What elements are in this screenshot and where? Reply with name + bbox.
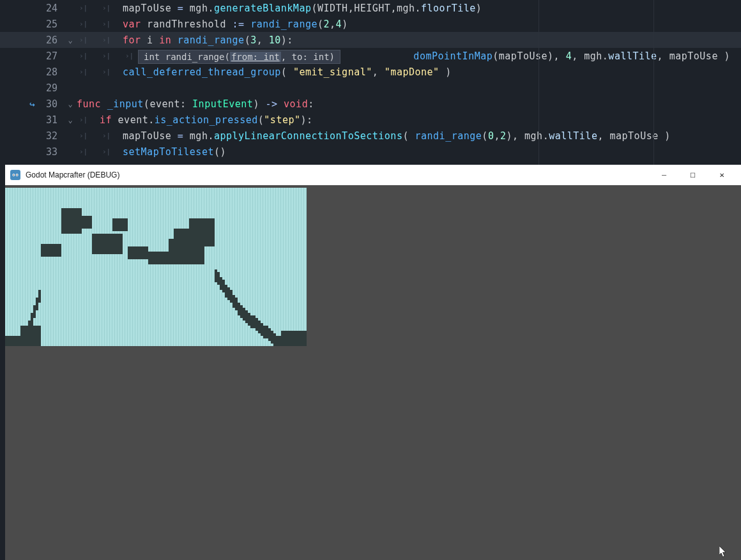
line-number: 25 [0, 19, 64, 30]
indent-guides: ›|›| [77, 36, 123, 44]
code-content[interactable]: var randThreshold := randi_range(2,4) [123, 19, 741, 30]
code-line-current[interactable]: 26 ⌄ ›|›| for i in randi_range(3, 10): [0, 32, 741, 48]
indent-guides: ›|›| [77, 4, 123, 12]
window-title: Godot Mapcrafter (DEBUG) [26, 170, 650, 179]
svg-point-3 [17, 174, 18, 176]
line-number: 32 [0, 130, 64, 142]
code-content[interactable]: mapToUse = mgh.applyLinearConnectionToSe… [123, 130, 741, 142]
minimize-button[interactable]: ─ [650, 165, 678, 185]
maximize-button[interactable]: ☐ [678, 165, 707, 185]
code-line[interactable]: 24 ›|›| mapToUse = mgh.generateBlankMap(… [0, 0, 741, 16]
code-line[interactable]: 28 ›|›| call_deferred_thread_group( "emi… [0, 64, 741, 80]
code-editor[interactable]: 24 ›|›| mapToUse = mgh.generateBlankMap(… [0, 0, 741, 165]
line-number: 33 [0, 146, 64, 158]
code-content[interactable]: func _input(event: InputEvent) -> void: [77, 98, 741, 110]
fold-toggle-icon[interactable]: ⌄ [64, 36, 77, 45]
svg-point-2 [13, 174, 15, 176]
indent-guides: ›|›| [77, 132, 123, 140]
line-number: 31 [0, 114, 64, 126]
line-number: 27 [0, 50, 64, 62]
signal-connection-icon[interactable]: ↪ [29, 99, 34, 109]
code-line[interactable]: 29 [0, 80, 741, 96]
indent-guides: ›|›| [77, 20, 123, 28]
editor-guide-line [653, 0, 654, 165]
code-line[interactable]: 27 ›|›|›| ma............................… [0, 48, 741, 64]
code-content[interactable]: for i in randi_range(3, 10): [123, 34, 741, 46]
code-line[interactable]: ↪ 30 ⌄ func _input(event: InputEvent) ->… [0, 96, 741, 112]
indent-guides: ›| [77, 116, 100, 124]
indent-guides: ›|›| [77, 68, 123, 76]
line-number: 28 [0, 66, 64, 78]
line-number: 26 [0, 34, 64, 46]
line-number: 29 [0, 82, 64, 94]
editor-guide-line [539, 0, 539, 165]
indent-guides: ›|›| [77, 148, 123, 156]
code-content[interactable]: call_deferred_thread_group( "emit_signal… [123, 66, 741, 78]
code-content[interactable]: setMapToTileset() [123, 146, 741, 158]
code-line[interactable]: 32 ›|›| mapToUse = mgh.applyLinearConnec… [0, 128, 741, 144]
game-debug-window[interactable]: Godot Mapcrafter (DEBUG) ─ ☐ ✕ [5, 165, 741, 560]
signature-tooltip: int randi_range(from: int, to: int) [138, 50, 340, 64]
code-content[interactable]: mapToUse = mgh.generateBlankMap(WIDTH,HE… [123, 3, 741, 14]
code-line[interactable]: 25 ›|›| var randThreshold := randi_range… [0, 16, 741, 32]
close-button[interactable]: ✕ [707, 165, 736, 185]
tilemap-render [5, 188, 307, 346]
code-content[interactable]: if event.is_action_pressed("step"): [100, 114, 741, 126]
line-number: 24 [0, 3, 64, 14]
window-titlebar[interactable]: Godot Mapcrafter (DEBUG) ─ ☐ ✕ [5, 165, 741, 185]
code-line[interactable]: 33 ›|›| setMapToTileset() [0, 144, 741, 160]
fold-toggle-icon[interactable]: ⌄ [64, 100, 77, 109]
godot-app-icon [10, 170, 20, 180]
indent-guides: ›|›|›| [77, 52, 146, 60]
mouse-cursor-icon [719, 546, 727, 557]
fold-toggle-icon[interactable]: ⌄ [64, 116, 77, 125]
game-viewport[interactable] [5, 185, 741, 560]
code-line[interactable]: 31 ⌄ ›| if event.is_action_pressed("step… [0, 112, 741, 128]
line-number: ↪ 30 [0, 98, 64, 110]
